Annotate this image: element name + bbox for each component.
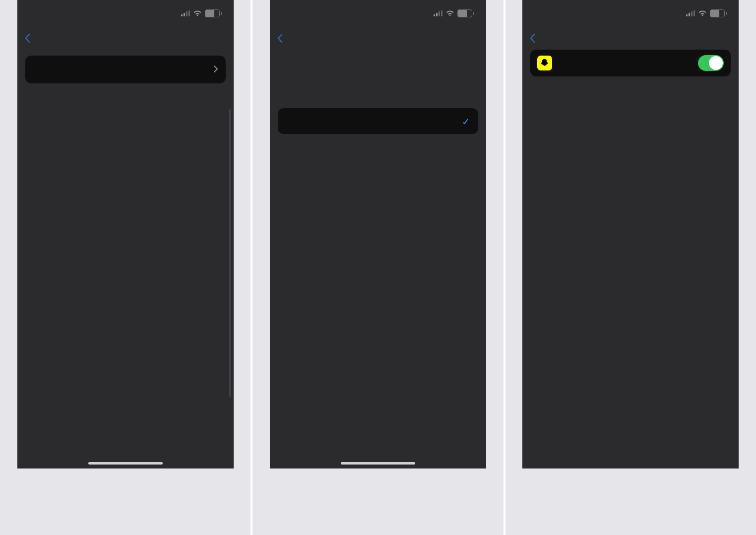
wifi-icon: [698, 10, 707, 17]
screen-bgrefresh-scrolled: [522, 0, 739, 468]
signal-icon: [686, 10, 695, 16]
signal-icon: [181, 10, 190, 16]
wifi-icon: [445, 10, 454, 17]
nav-header: [270, 27, 486, 50]
chevron-left-icon: [529, 33, 535, 43]
screen-bgrefresh-main: [17, 0, 234, 468]
signal-icon: [434, 10, 442, 16]
battery-icon: [710, 9, 727, 17]
battery-icon: [457, 9, 474, 17]
status-bar: [270, 0, 486, 27]
battery-icon: [205, 9, 222, 17]
back-button[interactable]: [24, 33, 32, 43]
scrollbar[interactable]: [229, 109, 231, 397]
back-button[interactable]: [529, 33, 537, 43]
home-indicator[interactable]: [341, 462, 415, 465]
nav-header: [522, 27, 739, 50]
nav-header: [17, 27, 234, 50]
app-row-snapchat[interactable]: [530, 50, 731, 76]
toggle[interactable]: [698, 55, 724, 71]
chevron-right-icon: [213, 65, 218, 73]
chevron-left-icon: [24, 33, 30, 43]
checkmark-icon: ✓: [462, 116, 470, 128]
bgrefresh-cell[interactable]: [25, 56, 226, 83]
status-bar: [17, 0, 234, 27]
back-button[interactable]: [277, 33, 285, 43]
screen-bgrefresh-options: ✓: [270, 0, 486, 468]
status-bar: [522, 0, 739, 27]
option-wifi-cellular[interactable]: ✓: [278, 108, 478, 134]
home-indicator[interactable]: [88, 462, 163, 465]
wifi-icon: [193, 10, 202, 17]
snapchat-icon: [537, 56, 552, 70]
chevron-left-icon: [277, 33, 283, 43]
